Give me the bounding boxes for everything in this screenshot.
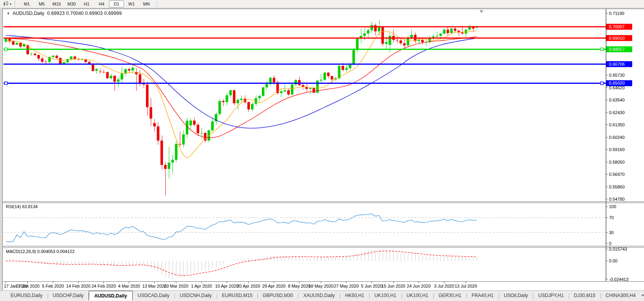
tab-uk100-h1[interactable]: UK100,H1	[402, 292, 433, 301]
tab-hk50-h1[interactable]: HK50,H1	[340, 292, 370, 301]
tab-gbpusd-m30[interactable]: GBPUSD,M30	[257, 292, 298, 301]
tab-usoil-daily[interactable]: USOil,Daily	[499, 292, 533, 301]
tab-usdcnh-daily[interactable]: USDCNH,Daily	[174, 292, 217, 301]
svg-text:0.65020: 0.65020	[609, 81, 625, 85]
price-badges: 0.700070.690100.680170.667060.65020	[5, 24, 633, 86]
timeframe-buttons: M1M5M15M30H1H4D1W1MN	[19, 0, 154, 7]
svg-text:8 May 2020: 8 May 2020	[288, 284, 310, 288]
ma-line-mid	[6, 37, 477, 138]
candlestick-chart-icon	[3, 1, 9, 7]
svg-text:0.66706: 0.66706	[609, 62, 625, 66]
chart-window: 0.711900.701100.690000.679200.668100.657…	[2, 9, 644, 291]
timeframe-button-h1[interactable]: H1	[79, 0, 94, 7]
svg-text:0.62430: 0.62430	[609, 110, 625, 115]
chart-type-button[interactable]: ▾	[1, 1, 13, 7]
timeframe-button-m30[interactable]: M30	[64, 0, 79, 7]
svg-text:27 May 2020: 27 May 2020	[334, 284, 359, 288]
date-axis: 17 Jan 202027 Jan 20205 Feb 202014 Feb 2…	[4, 281, 477, 288]
svg-text:0.54780: 0.54780	[609, 197, 625, 201]
svg-text:0.60240: 0.60240	[609, 135, 625, 140]
svg-text:15 Jun 2020: 15 Jun 2020	[381, 284, 405, 288]
svg-text:13 Mar 2020: 13 Mar 2020	[142, 284, 167, 288]
macd-label-text: MACD(12,26,9) 0.004053 0.004122	[6, 249, 74, 254]
timeframe-button-mn[interactable]: MN	[139, 0, 154, 7]
chart-ohlc-values: 0.69923 0.70040 0.69903 0.69999	[47, 11, 122, 16]
svg-text:5 Feb 2020: 5 Feb 2020	[42, 284, 64, 288]
chart-title-caret-icon[interactable]: ▼	[7, 12, 10, 15]
tab-usdchf-daily[interactable]: USDCHF,Daily	[48, 292, 89, 301]
timeframe-button-m15[interactable]: M15	[49, 0, 64, 7]
timeframe-button-m5[interactable]: M5	[34, 0, 49, 7]
timeframe-button-d1[interactable]: D1	[109, 0, 124, 7]
svg-text:1 Apr 2020: 1 Apr 2020	[191, 284, 212, 288]
svg-text:0.61350: 0.61350	[609, 122, 625, 127]
pane-frames	[3, 9, 644, 282]
svg-text:0.55860: 0.55860	[609, 185, 625, 189]
tab-usdcad-daily[interactable]: USDCAD,Daily	[133, 292, 175, 301]
macd-pane: 0.0157430.00-0.024413	[6, 247, 629, 281]
svg-text:0.015743: 0.015743	[609, 247, 627, 251]
tab-dj30-m15[interactable]: DJ30,M15	[569, 292, 601, 301]
horizontal-price-lines	[4, 27, 606, 83]
svg-text:30: 30	[609, 230, 614, 235]
toolbar-separator	[157, 1, 157, 7]
candles-layer	[5, 20, 478, 196]
chart-title: ▼ AUDUSD,Daily 0.69923 0.70040 0.69903 0…	[7, 11, 122, 16]
svg-text:20 Apr 2020: 20 Apr 2020	[237, 284, 260, 288]
svg-text:0.65730: 0.65730	[609, 73, 625, 78]
rsi-label: RSI(14) 63.8134	[6, 204, 38, 209]
svg-text:13 Jul 2020: 13 Jul 2020	[455, 284, 477, 288]
timeframe-button-w1[interactable]: W1	[124, 0, 139, 7]
svg-text:0.00: 0.00	[609, 259, 617, 263]
svg-text:0.71190: 0.71190	[609, 11, 624, 16]
rsi-pane: 10070300	[4, 204, 616, 246]
chart-tabs: EURUSD,DailyUSDCHF,DailyAUDUSD,DailyUSDC…	[6, 292, 641, 301]
tab-ger30-h1[interactable]: GER30,H1	[433, 292, 466, 301]
svg-text:0.63540: 0.63540	[609, 98, 625, 102]
mt4-screen: ▾ M1M5M15M30H1H4D1W1MN 0.711900.701100.6…	[0, 0, 644, 301]
svg-text:-0.024413: -0.024413	[609, 277, 629, 282]
svg-text:0.56970: 0.56970	[609, 172, 625, 177]
svg-text:0: 0	[609, 241, 611, 246]
svg-text:3 Jul 2020: 3 Jul 2020	[434, 284, 454, 288]
svg-text:0.69010: 0.69010	[609, 36, 625, 41]
svg-text:0.59160: 0.59160	[609, 147, 625, 152]
tabs-scroll-left-icon[interactable]: ◄	[641, 293, 644, 297]
chart-shift-marker	[479, 10, 483, 13]
tab-eurusd-m15[interactable]: EURUSD,M15	[217, 292, 257, 301]
tab-usdjpy-h1[interactable]: USDJPY,H1	[533, 292, 568, 301]
tab-xauusd-daily[interactable]: XAUUSD,Daily	[298, 292, 340, 301]
svg-text:4 Mar 2020: 4 Mar 2020	[118, 284, 140, 288]
svg-text:18 May 2020: 18 May 2020	[309, 284, 334, 288]
tab-eurusd-daily[interactable]: EURUSD,Daily	[6, 292, 48, 301]
svg-text:0.68017: 0.68017	[609, 47, 625, 52]
top-toolbar: ▾ M1M5M15M30H1H4D1W1MN	[0, 0, 644, 8]
toolbar-grip[interactable]	[15, 1, 17, 7]
tab-scroll-arrows: ◄ ►	[641, 293, 644, 297]
chart-symbol-label: AUDUSD,Daily	[13, 11, 44, 16]
svg-text:24 Feb 2020: 24 Feb 2020	[92, 284, 116, 288]
timeframe-button-h4[interactable]: H4	[94, 0, 109, 7]
svg-text:24 Jun 2020: 24 Jun 2020	[407, 284, 431, 288]
svg-text:5 Jun 2020: 5 Jun 2020	[361, 284, 382, 288]
tab-china300-h4[interactable]: CHINA300,H4	[601, 292, 641, 301]
svg-text:0.70007: 0.70007	[609, 24, 625, 29]
timeframe-button-m1[interactable]: M1	[19, 0, 34, 7]
chart-tabbar: EURUSD,DailyUSDCHF,DailyAUDUSD,DailyUSDC…	[0, 290, 644, 301]
tab-audusd-daily[interactable]: AUDUSD,Daily	[89, 291, 132, 301]
chart-canvas[interactable]: 0.711900.701100.690000.679200.668100.657…	[3, 9, 644, 290]
macd-label: MACD(12,26,9) 0.004053 0.004122	[6, 249, 74, 254]
svg-text:0.58050: 0.58050	[609, 160, 625, 164]
svg-text:23 Mar 2020: 23 Mar 2020	[164, 284, 189, 288]
svg-text:14 Feb 2020: 14 Feb 2020	[66, 284, 91, 288]
rsi-label-text: RSI(14) 63.8134	[6, 204, 38, 209]
tab-uk100-h1[interactable]: UK100,H1	[369, 292, 401, 301]
svg-text:10 Apr 2020: 10 Apr 2020	[215, 284, 239, 288]
tab-fra40-h1[interactable]: FRA40,H1	[466, 292, 499, 301]
svg-text:100: 100	[609, 204, 616, 209]
svg-text:27 Jan 2020: 27 Jan 2020	[16, 284, 40, 288]
svg-text:70: 70	[609, 215, 614, 220]
chart-type-caret-icon: ▾	[10, 2, 11, 6]
svg-text:29 Apr 2020: 29 Apr 2020	[262, 284, 285, 288]
